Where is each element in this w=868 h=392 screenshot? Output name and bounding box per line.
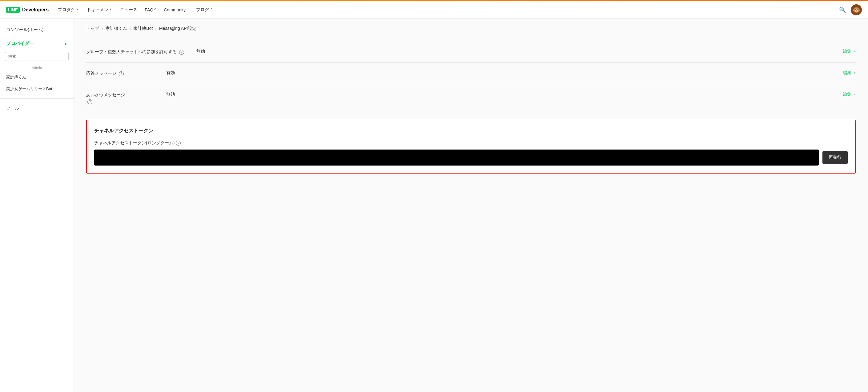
logo-developers: Developers <box>22 7 49 12</box>
token-help-icon[interactable]: ? <box>176 141 181 145</box>
settings-greeting-message-label: あいさつメッセージ ? <box>86 92 154 105</box>
avatar[interactable]: 🐵 <box>851 4 862 15</box>
breadcrumb-kakeibo[interactable]: 家計簿くん <box>105 26 127 31</box>
nav-item-community[interactable]: Community <box>164 7 189 12</box>
breadcrumb: トップ › 家計簿くん › 家計簿Bot › Messaging API設定 <box>86 26 856 31</box>
settings-group-chat-help-icon[interactable]: ? <box>179 50 184 55</box>
breadcrumb-kakeibo-bot[interactable]: 家計簿Bot <box>133 26 153 31</box>
settings-response-message-row: 応答メッセージ ? 有効 編集 <box>86 70 856 77</box>
nav-left: LINE Developers プロダクト ドキュメント ニュース FAQ Co… <box>6 7 212 13</box>
nav-item-docs[interactable]: ドキュメント <box>87 7 113 12</box>
nav-item-blog[interactable]: ブログ <box>196 7 212 13</box>
chevron-up-icon: ▲ <box>64 41 67 46</box>
token-section: チャネルアクセストークン チャネルアクセストークン(ロングターム) ? 再発行 <box>86 120 856 173</box>
sidebar-item-kakeibo[interactable]: 家計簿くん <box>0 71 73 83</box>
settings-response-message-edit[interactable]: 編集 <box>843 70 856 76</box>
nav-link-blog[interactable]: ブログ <box>196 7 212 12</box>
settings-greeting-message-section: あいさつメッセージ ? 無効 編集 <box>86 84 856 112</box>
nav-links: プロダクト ドキュメント ニュース FAQ Community ブログ <box>58 7 212 13</box>
nav-item-news[interactable]: ニュース <box>120 7 137 12</box>
nav-link-product[interactable]: プロダクト <box>58 7 80 12</box>
settings-response-message-label: 応答メッセージ ? <box>86 70 154 77</box>
sidebar: コンソール(ホーム) プロバイダー ▲ Admin 家計簿くん 美少女ゲームリリ… <box>0 19 74 392</box>
sidebar-provider-label: プロバイダー <box>6 41 34 46</box>
settings-group-chat-value: 無効 <box>196 48 831 54</box>
breadcrumb-sep-3: › <box>155 26 157 31</box>
sidebar-provider-section: プロバイダー ▲ Admin 家計簿くん 美少女ゲームリリースBot <box>0 37 73 95</box>
settings-group-chat-section: グループ・複数人チャットへの参加を許可する ? 無効 編集 <box>86 41 856 63</box>
logo-line: LINE <box>6 7 20 13</box>
layout: コンソール(ホーム) プロバイダー ▲ Admin 家計簿くん 美少女ゲームリリ… <box>0 19 868 392</box>
token-section-title: チャネルアクセストークン <box>94 128 848 134</box>
settings-greeting-message-value: 無効 <box>166 92 831 97</box>
top-navigation: LINE Developers プロダクト ドキュメント ニュース FAQ Co… <box>0 1 868 19</box>
breadcrumb-top[interactable]: トップ <box>86 26 99 31</box>
token-input-field <box>94 150 819 166</box>
settings-group-chat-label: グループ・複数人チャットへの参加を許可する ? <box>86 48 184 55</box>
breadcrumb-sep-2: › <box>130 26 131 31</box>
reissue-button[interactable]: 再発行 <box>823 151 848 164</box>
search-button[interactable]: 🔍 <box>839 6 846 13</box>
nav-link-community[interactable]: Community <box>164 7 189 12</box>
breadcrumb-current: Messaging API設定 <box>159 26 196 31</box>
settings-greeting-message-edit[interactable]: 編集 <box>843 92 856 97</box>
sidebar-admin-label: Admin <box>0 63 73 71</box>
settings-greeting-message-help-icon[interactable]: ? <box>87 99 92 104</box>
sidebar-provider-header[interactable]: プロバイダー ▲ <box>0 37 73 50</box>
token-row: 再発行 <box>94 150 848 166</box>
main-content: トップ › 家計簿くん › 家計簿Bot › Messaging API設定 グ… <box>74 19 868 392</box>
sidebar-home[interactable]: コンソール(ホーム) <box>0 23 73 36</box>
nav-link-docs[interactable]: ドキュメント <box>87 7 113 12</box>
logo[interactable]: LINE Developers <box>6 7 49 13</box>
nav-link-faq[interactable]: FAQ <box>145 7 156 12</box>
settings-group-chat-edit[interactable]: 編集 <box>843 48 856 54</box>
nav-link-news[interactable]: ニュース <box>120 7 137 12</box>
breadcrumb-sep-1: › <box>101 26 103 31</box>
settings-greeting-message-row: あいさつメッセージ ? 無効 編集 <box>86 92 856 105</box>
sidebar-item-bishoujo[interactable]: 美少女ゲームリリースBot <box>0 83 73 95</box>
nav-item-faq[interactable]: FAQ <box>145 7 156 12</box>
sidebar-search-input[interactable] <box>5 52 69 61</box>
nav-right: 🔍 🐵 <box>839 4 862 15</box>
settings-response-message-value: 有効 <box>166 70 831 76</box>
sidebar-tools[interactable]: ツール <box>0 102 73 114</box>
sidebar-search-box <box>0 50 73 63</box>
settings-response-message-help-icon[interactable]: ? <box>119 71 124 76</box>
settings-response-message-section: 応答メッセージ ? 有効 編集 <box>86 63 856 84</box>
sidebar-divider <box>0 98 73 99</box>
settings-group-chat-row: グループ・複数人チャットへの参加を許可する ? 無効 編集 <box>86 48 856 55</box>
nav-item-product[interactable]: プロダクト <box>58 7 80 12</box>
token-label: チャネルアクセストークン(ロングターム) ? <box>94 140 848 146</box>
